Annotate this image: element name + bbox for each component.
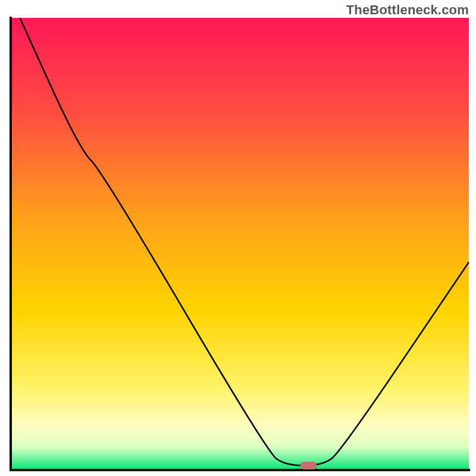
- watermark-label: TheBottleneck.com: [346, 2, 469, 18]
- chart-container: { "watermark": "TheBottleneck.com", "cha…: [0, 0, 476, 476]
- plot-background: [11, 18, 469, 470]
- optimum-marker: [300, 462, 317, 469]
- bottleneck-chart: [0, 0, 476, 476]
